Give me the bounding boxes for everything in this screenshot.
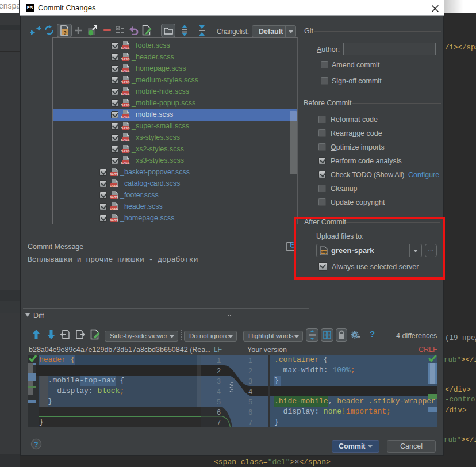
svg-text:SASS: SASS: [121, 161, 130, 164]
svg-text:SASS: SASS: [121, 46, 130, 49]
svg-text:?: ?: [34, 441, 38, 449]
svg-text:2: 2: [248, 368, 252, 376]
svg-text:3: 3: [248, 378, 252, 386]
svg-text:1: 1: [248, 357, 252, 365]
svg-text:?: ?: [63, 30, 67, 36]
svg-text:SASS: SASS: [121, 104, 130, 107]
svg-text:SASS: SASS: [121, 127, 130, 130]
svg-text:3: 3: [217, 378, 221, 386]
svg-text:SASS: SASS: [121, 81, 130, 84]
svg-text:SASS: SASS: [121, 115, 130, 118]
svg-text:4: 4: [217, 388, 221, 396]
svg-text:5: 5: [217, 399, 221, 407]
svg-text:SASS: SASS: [121, 58, 130, 61]
svg-text:SASS: SASS: [110, 219, 118, 222]
svg-text:6: 6: [248, 409, 252, 417]
svg-text:SASS: SASS: [121, 138, 130, 141]
svg-text:5: 5: [248, 399, 252, 407]
svg-text:SASS: SASS: [121, 150, 130, 153]
svg-text:SASS: SASS: [110, 173, 118, 176]
svg-text:6: 6: [217, 409, 221, 417]
svg-text:2: 2: [217, 368, 221, 376]
svg-text:SASS: SASS: [110, 196, 118, 199]
svg-text:1: 1: [217, 357, 221, 365]
svg-text:SASS: SASS: [110, 184, 118, 187]
svg-text:SASS: SASS: [110, 207, 118, 210]
svg-text:SASS: SASS: [121, 92, 130, 95]
svg-text:4: 4: [248, 388, 252, 396]
svg-text:7: 7: [217, 419, 221, 427]
svg-text:SASS: SASS: [121, 69, 130, 72]
svg-text:7: 7: [248, 419, 252, 427]
